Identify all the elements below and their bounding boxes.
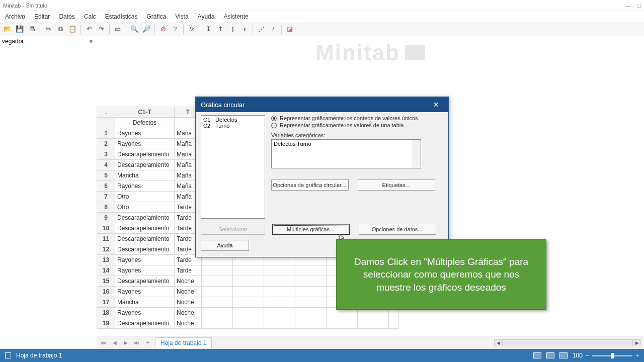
multiple-graphs-button[interactable]: Múltiples gráficas…	[272, 224, 350, 235]
row-header[interactable]: 10	[97, 223, 115, 234]
row-header[interactable]: 13	[97, 255, 115, 265]
labels-button[interactable]: Etiquetas…	[358, 179, 435, 191]
paste-icon[interactable]: 📋	[67, 24, 78, 35]
cell[interactable]: Otro	[115, 202, 175, 213]
row-header[interactable]: 8	[97, 202, 115, 213]
first-sheet-icon[interactable]: ⏮	[100, 339, 108, 347]
navigator-dropdown[interactable]: vegador ▼	[0, 36, 96, 46]
menu-archivo[interactable]: Archivo	[1, 12, 29, 21]
view-mode-icon-2[interactable]	[546, 352, 554, 358]
last-sheet-icon[interactable]: ⏭	[133, 339, 141, 347]
sheet-tab-1[interactable]: Hoja de trabajo 1	[155, 337, 212, 348]
cell[interactable]: Descarapelamiento	[115, 223, 175, 234]
cell[interactable]: Descarapelamiento	[115, 276, 175, 287]
fx-icon[interactable]: fx	[186, 24, 197, 35]
name-row-hdr[interactable]	[97, 118, 115, 128]
menu-vista[interactable]: Vista	[171, 12, 192, 21]
new-sheet-icon[interactable]: ▭	[112, 24, 123, 35]
cell[interactable]: Rayones	[115, 308, 175, 318]
row-header[interactable]: 17	[97, 297, 115, 308]
save-icon[interactable]: 💾	[14, 24, 25, 35]
print-icon[interactable]: 🖶	[26, 24, 37, 35]
filter-icon[interactable]: ⫿	[227, 24, 238, 35]
sort-asc-icon[interactable]: ↧	[203, 24, 214, 35]
cell[interactable]: Noche	[175, 297, 202, 308]
maximize-icon[interactable]: □	[637, 3, 641, 9]
zoom-control[interactable]: 100 − +	[573, 352, 639, 359]
cell[interactable]: Rayones	[115, 255, 175, 265]
row-header[interactable]: 16	[97, 287, 115, 297]
cell[interactable]: Noche	[175, 308, 202, 318]
view-mode-icon-1[interactable]	[533, 352, 541, 358]
radio-table[interactable]: Representar gráficamente los valores de …	[271, 122, 443, 128]
row-header[interactable]: 4	[97, 160, 115, 170]
hscroll-track[interactable]	[502, 339, 633, 346]
row-header[interactable]: 18	[97, 308, 115, 318]
open-icon[interactable]: 📂	[2, 24, 13, 35]
cancel-icon[interactable]: ⊘	[157, 24, 169, 35]
cell[interactable]: Descarapelamiento	[115, 234, 175, 244]
cell[interactable]: Rayones	[115, 139, 175, 149]
close-icon[interactable]: ✕	[429, 99, 443, 110]
pie-options-button[interactable]: Opciones de gráfica circular…	[271, 179, 349, 191]
radio-counts[interactable]: Representar gráficamente los conteos de …	[271, 115, 443, 121]
eraser-icon[interactable]: ◪	[284, 24, 295, 35]
cell[interactable]: Tarde	[175, 265, 202, 276]
cell[interactable]: Noche	[175, 276, 202, 287]
colname-defectos[interactable]: Defectos	[115, 118, 175, 128]
cell[interactable]: Rayones	[115, 265, 175, 276]
help-button[interactable]: Ayuda	[201, 240, 249, 251]
next-sheet-icon[interactable]: ▶	[122, 339, 130, 347]
corner-cell[interactable]: ↓	[97, 107, 115, 118]
cell[interactable]: Mancha	[115, 170, 175, 181]
chart-icon[interactable]: ⫾	[239, 24, 250, 35]
row-header[interactable]: 15	[97, 276, 115, 287]
row-header[interactable]: 3	[97, 149, 115, 160]
menu-ayuda[interactable]: Ayuda	[194, 12, 219, 21]
cell[interactable]: Otro	[115, 192, 175, 202]
cat-vars-input[interactable]: Defectos Turno	[271, 139, 421, 168]
dialog-titlebar[interactable]: Gráfica circular ✕	[196, 97, 448, 112]
zoom-out-icon[interactable]: −	[586, 352, 589, 359]
cut-icon[interactable]: ✂	[43, 24, 54, 35]
menu-calc[interactable]: Calc	[80, 12, 100, 21]
cell[interactable]: Descarapelamiento	[115, 213, 175, 223]
row-header[interactable]: 5	[97, 170, 115, 181]
menu-datos[interactable]: Datos	[55, 12, 78, 21]
undo-icon[interactable]: ↶	[84, 24, 95, 35]
row-header[interactable]: 9	[97, 213, 115, 223]
zoom-in-icon[interactable]: +	[635, 352, 639, 359]
textarea-scrollbar[interactable]	[413, 140, 421, 168]
redo-icon[interactable]: ↷	[96, 24, 107, 35]
add-sheet-icon[interactable]: +	[144, 339, 152, 347]
row-header[interactable]: 12	[97, 244, 115, 255]
zoom-slider[interactable]	[592, 355, 632, 356]
row-header[interactable]: 6	[97, 181, 115, 192]
view-mode-icon-3[interactable]	[559, 352, 568, 358]
cell[interactable]: Mancha	[115, 297, 175, 308]
row-header[interactable]: 14	[97, 265, 115, 276]
scatter-icon[interactable]: ⋰	[256, 24, 267, 35]
menu-editar[interactable]: Editar	[30, 12, 54, 21]
menu-estadisticas[interactable]: Estadísticas	[101, 12, 142, 21]
cell[interactable]: Rayones	[115, 287, 175, 297]
line-icon[interactable]: /	[268, 24, 279, 35]
data-options-button[interactable]: Opciones de datos…	[359, 224, 436, 235]
menu-asistente[interactable]: Asistente	[219, 12, 252, 21]
menu-grafica[interactable]: Gráfica	[142, 12, 170, 21]
cell[interactable]: Rayones	[115, 181, 175, 192]
cell[interactable]: Descarapelamiento	[115, 244, 175, 255]
row-header[interactable]: 2	[97, 139, 115, 149]
sort-desc-icon[interactable]: ↥	[215, 24, 226, 35]
find-next-icon[interactable]: 🔎	[141, 24, 152, 35]
cell[interactable]: Noche	[175, 287, 202, 297]
hscroll-left-icon[interactable]: ◀	[494, 339, 502, 346]
row-header[interactable]: 11	[97, 234, 115, 244]
row-header[interactable]: 19	[97, 318, 115, 329]
row-header[interactable]: 7	[97, 192, 115, 202]
cell[interactable]: Noche	[175, 318, 202, 329]
prev-sheet-icon[interactable]: ◀	[111, 339, 119, 347]
hscroll-right-icon[interactable]: ▶	[633, 339, 641, 346]
cell[interactable]: Descarapelamiento	[115, 318, 175, 329]
col-c1t[interactable]: C1-T	[115, 107, 175, 118]
